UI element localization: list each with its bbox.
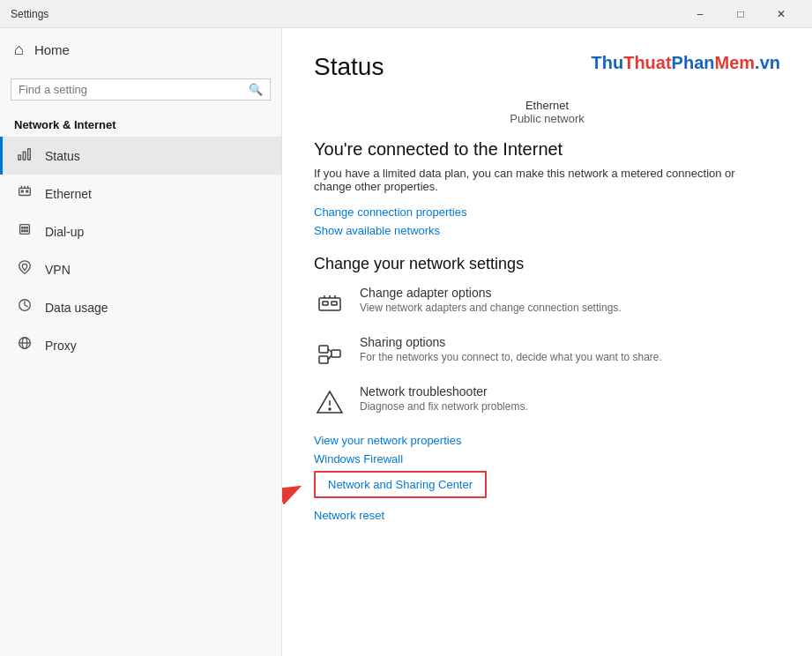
sidebar-search-box[interactable]: 🔍 bbox=[11, 78, 271, 101]
sidebar: ⌂ Home 🔍 Network & Internet Status bbox=[0, 28, 282, 656]
search-icon: 🔍 bbox=[249, 83, 263, 96]
sidebar-item-vpn[interactable]: VPN bbox=[0, 250, 281, 288]
svg-point-14 bbox=[26, 230, 28, 232]
svg-rect-21 bbox=[332, 302, 337, 305]
troubleshooter-text: Network troubleshooter Diagnose and fix … bbox=[360, 384, 528, 413]
watermark-vn: vn bbox=[760, 53, 780, 72]
network-sharing-link[interactable]: Network and Sharing Center bbox=[314, 471, 487, 498]
change-connection-link[interactable]: Change connection properties bbox=[314, 205, 780, 219]
sidebar-category-label: Network & Internet bbox=[0, 108, 281, 137]
svg-rect-8 bbox=[26, 190, 28, 192]
ethernet-icon bbox=[17, 183, 33, 204]
svg-rect-26 bbox=[319, 356, 328, 363]
troubleshooter-icon bbox=[314, 386, 346, 418]
adapter-title[interactable]: Change adapter options bbox=[360, 286, 622, 300]
close-button[interactable]: ✕ bbox=[761, 0, 801, 28]
adapter-text: Change adapter options View network adap… bbox=[360, 286, 622, 314]
svg-point-10 bbox=[24, 227, 26, 228]
show-networks-link[interactable]: Show available networks bbox=[314, 224, 780, 237]
svg-rect-3 bbox=[19, 188, 31, 195]
watermark: ThuThuatPhanMem.vn bbox=[592, 53, 780, 73]
sidebar-vpn-label: VPN bbox=[45, 263, 71, 277]
svg-rect-7 bbox=[21, 190, 23, 192]
svg-rect-20 bbox=[323, 302, 328, 305]
minimize-button[interactable]: – bbox=[680, 0, 720, 28]
windows-firewall-link[interactable]: Windows Firewall bbox=[314, 452, 780, 466]
svg-rect-0 bbox=[19, 155, 21, 160]
watermark-mem: Mem bbox=[715, 53, 756, 72]
page-title: Status bbox=[314, 53, 384, 81]
arrow-indicator bbox=[282, 462, 323, 515]
status-icon bbox=[17, 145, 33, 166]
search-input[interactable] bbox=[19, 83, 243, 96]
datausage-icon bbox=[17, 297, 33, 317]
vpn-icon bbox=[17, 259, 33, 280]
network-name: Ethernet bbox=[314, 99, 780, 112]
content-area: ⌂ Home 🔍 Network & Internet Status bbox=[0, 28, 812, 656]
sidebar-item-datausage[interactable]: Data usage bbox=[0, 288, 281, 326]
window-title: Settings bbox=[11, 8, 48, 20]
view-properties-link[interactable]: View your network properties bbox=[314, 434, 780, 447]
adapter-icon bbox=[314, 287, 346, 319]
network-type: Public network bbox=[314, 112, 780, 125]
svg-point-32 bbox=[329, 408, 331, 410]
sidebar-proxy-label: Proxy bbox=[45, 339, 77, 353]
svg-point-12 bbox=[21, 230, 23, 232]
page-title-row: Status ThuThuatPhanMem.vn bbox=[314, 53, 780, 81]
sidebar-ethernet-label: Ethernet bbox=[45, 187, 92, 201]
connected-title: You're connected to the Internet bbox=[314, 139, 780, 160]
sidebar-item-dialup[interactable]: Dial-up bbox=[0, 212, 281, 250]
svg-point-13 bbox=[24, 230, 26, 232]
maximize-button[interactable]: □ bbox=[720, 0, 761, 28]
watermark-thuat: Thuat bbox=[623, 53, 671, 72]
window-controls: – □ ✕ bbox=[680, 0, 801, 28]
connected-desc: If you have a limited data plan, you can… bbox=[314, 167, 737, 193]
sidebar-dialup-label: Dial-up bbox=[45, 225, 84, 239]
troubleshooter-desc: Diagnose and fix network problems. bbox=[360, 400, 528, 413]
settings-window: Settings – □ ✕ ⌂ Home 🔍 Network & Intern… bbox=[0, 0, 812, 656]
network-sharing-row: Network and Sharing Center bbox=[314, 471, 780, 503]
sidebar-status-label: Status bbox=[45, 149, 80, 163]
watermark-thu: Thu bbox=[592, 53, 624, 72]
sharing-text: Sharing options For the networks you con… bbox=[360, 335, 662, 363]
troubleshooter-title[interactable]: Network troubleshooter bbox=[360, 384, 528, 399]
home-icon: ⌂ bbox=[14, 41, 24, 59]
sidebar-datausage-label: Data usage bbox=[45, 301, 108, 315]
sharing-options: Sharing options For the networks you con… bbox=[314, 335, 780, 369]
watermark-phan: Phan bbox=[672, 53, 715, 72]
sidebar-item-ethernet[interactable]: Ethernet bbox=[0, 175, 281, 212]
sidebar-item-proxy[interactable]: Proxy bbox=[0, 326, 281, 364]
svg-point-11 bbox=[26, 227, 28, 228]
sidebar-home[interactable]: ⌂ Home bbox=[0, 28, 281, 71]
svg-point-9 bbox=[21, 227, 23, 228]
adapter-options: Change adapter options View network adap… bbox=[314, 286, 780, 319]
sharing-title[interactable]: Sharing options bbox=[360, 335, 662, 349]
sharing-desc: For the networks you connect to, decide … bbox=[360, 351, 662, 363]
change-settings-title: Change your network settings bbox=[314, 255, 780, 273]
title-bar: Settings – □ ✕ bbox=[0, 0, 812, 28]
adapter-desc: View network adapters and change connect… bbox=[360, 302, 622, 314]
sharing-icon bbox=[314, 337, 346, 369]
network-status-info: Ethernet Public network bbox=[314, 99, 780, 125]
svg-rect-27 bbox=[332, 350, 340, 357]
main-content: Status ThuThuatPhanMem.vn Ethernet Publi… bbox=[282, 28, 812, 656]
dialup-icon bbox=[17, 221, 33, 242]
svg-rect-2 bbox=[28, 149, 31, 160]
troubleshooter-option: Network troubleshooter Diagnose and fix … bbox=[314, 384, 780, 418]
svg-rect-25 bbox=[319, 346, 328, 353]
sidebar-home-label: Home bbox=[34, 42, 70, 57]
sidebar-item-status[interactable]: Status bbox=[0, 137, 281, 175]
svg-rect-1 bbox=[23, 152, 26, 160]
network-reset-link[interactable]: Network reset bbox=[314, 509, 780, 522]
proxy-icon bbox=[17, 335, 33, 355]
